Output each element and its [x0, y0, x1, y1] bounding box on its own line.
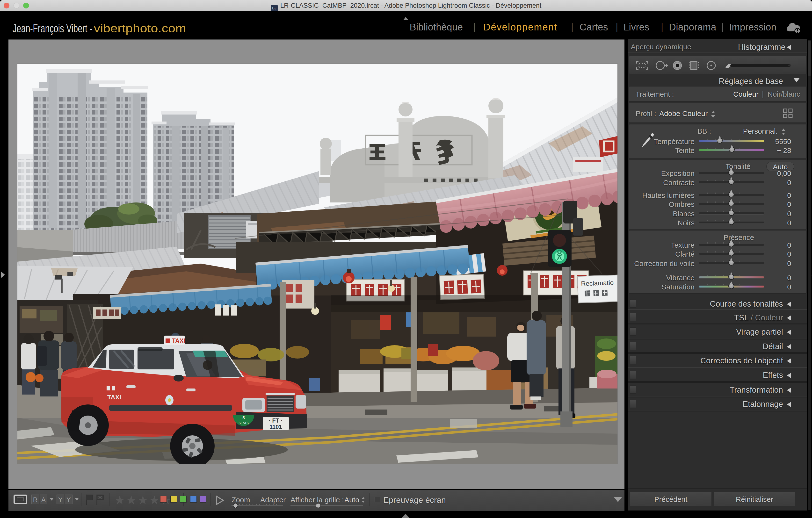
- svg-text:SEATS: SEATS: [238, 421, 249, 425]
- svg-text:Reclamatio: Reclamatio: [581, 279, 614, 287]
- svg-text:· FT ·: · FT ·: [269, 417, 283, 424]
- svg-text:1101: 1101: [269, 424, 282, 430]
- svg-text:TAXI: TAXI: [172, 337, 185, 344]
- svg-text:5: 5: [242, 416, 244, 420]
- svg-text:TAXI: TAXI: [107, 394, 121, 401]
